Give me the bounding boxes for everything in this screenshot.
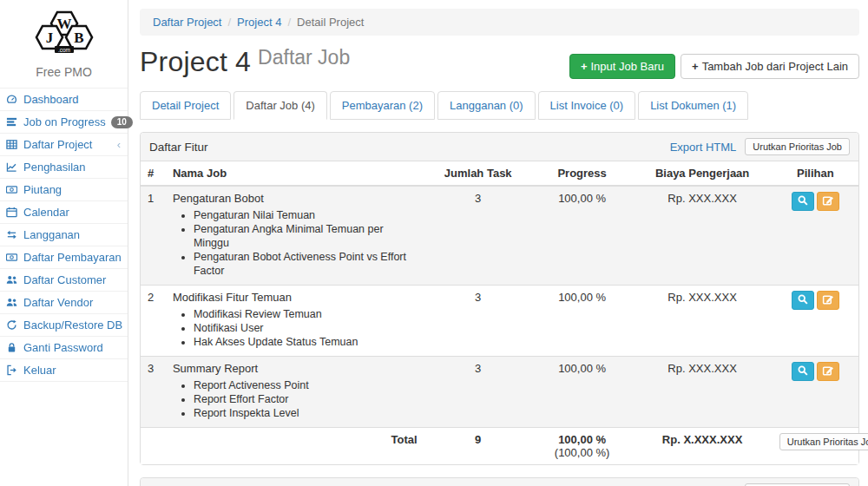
sidebar-item-label: Piutang [23, 183, 122, 196]
tab-list-invoice-0[interactable]: List Invoice (0) [538, 91, 636, 120]
tab-daftar-job-4[interactable]: Daftar Job (4) [233, 91, 326, 120]
sidebar-item-penghasilan[interactable]: Penghasilan [0, 156, 128, 179]
page-subtitle: Daftar Job [251, 46, 350, 69]
total-progress: 100,00 % (100,00 %) [532, 428, 633, 465]
export-html-link[interactable]: Export HTML [670, 141, 737, 154]
jwb-logo: W J B .com [0, 0, 128, 63]
svg-text:.com: .com [57, 47, 69, 53]
tab-langganan-0[interactable]: Langganan (0) [437, 91, 536, 120]
row-number: 2 [141, 286, 166, 357]
sidebar-item-langganan[interactable]: Langganan [0, 224, 128, 246]
users-icon [6, 274, 18, 286]
sidebar-item-daftar-pembayaran[interactable]: Daftar Pembayaran [0, 246, 128, 269]
job-name-cell: Pengaturan BobotPengaturan Nilai TemuanP… [166, 186, 424, 286]
search-icon [797, 194, 809, 209]
job-name: Modifikasi Fitur Temuan [173, 291, 292, 304]
brand-name: Free PMO [0, 63, 128, 88]
subtask-item: Report Activeness Point [194, 378, 418, 392]
sidebar-item-label: Calendar [23, 206, 122, 219]
tab-list-dokumen-1[interactable]: List Dokumen (1) [638, 91, 748, 120]
svg-text:B: B [74, 30, 83, 46]
breadcrumb-item[interactable]: Project 4 [237, 16, 281, 29]
jwb-logo-icon: W J B .com [24, 5, 104, 57]
sidebar-item-label: Ganti Password [23, 341, 122, 354]
sidebar-item-piutang[interactable]: Piutang [0, 179, 128, 201]
total-label: Total [141, 428, 424, 465]
col-number: # [141, 161, 166, 186]
lock-icon [6, 342, 18, 353]
search-icon [797, 293, 809, 308]
sidebar-item-ganti-password[interactable]: Ganti Password [0, 337, 128, 359]
edit-icon [822, 364, 834, 379]
breadcrumb: Daftar Project/Project 4/Detail Project [140, 9, 859, 36]
sidebar-item-label: Daftar Customer [23, 273, 122, 286]
col-nama-job: Nama Job [166, 161, 424, 186]
sidebar-item-label: Backup/Restore DB [23, 319, 122, 332]
plus-icon: + [581, 60, 588, 73]
col-biaya-pengerjaan: Biaya Pengerjaan [632, 161, 772, 186]
panel-daftar-fitur: Daftar Fitur Export HTML Urutkan Priorit… [140, 132, 859, 465]
subtask-item: Notifikasi User [194, 321, 418, 335]
subtask-item: Pengaturan Angka Minimal Temuan per Ming… [194, 222, 418, 250]
edit-job-button[interactable] [817, 192, 839, 211]
tambah-job-dari-project-lain-button[interactable]: +Tambah Job dari Project Lain [681, 54, 859, 79]
subtask-item: Report Inspekta Level [194, 406, 418, 420]
row-number: 3 [141, 357, 166, 428]
input-job-baru-button[interactable]: +Input Job Baru [569, 54, 675, 79]
panel-heading: Fitur Tambahan Export HTML Urutkan Prior… [141, 478, 858, 486]
biaya-value: Rp. XXX.XXX [632, 357, 772, 428]
sidebar-item-calendar[interactable]: Calendar [0, 201, 128, 224]
view-job-button[interactable] [792, 291, 814, 310]
sidebar-item-daftar-customer[interactable]: Daftar Customer [0, 269, 128, 292]
edit-job-button[interactable] [817, 291, 839, 310]
sidebar-item-daftar-vendor[interactable]: Daftar Vendor [0, 292, 128, 314]
signout-icon [6, 364, 18, 376]
tab-detail-project[interactable]: Detail Project [140, 91, 231, 120]
sidebar: W J B .com Free PMO DashboardJob on Prog… [0, 0, 128, 486]
tab-pembayaran-2[interactable]: Pembayaran (2) [330, 91, 435, 120]
edit-job-button[interactable] [817, 362, 839, 381]
breadcrumb-separator: / [281, 16, 297, 29]
urutkan-prioritas-job-button[interactable]: Urutkan Prioritas Job [745, 138, 850, 155]
sidebar-item-backup-restore-db[interactable]: Backup/Restore DB [0, 314, 128, 337]
tab-bar: Detail ProjectDaftar Job (4)Pembayaran (… [140, 91, 859, 120]
calendar-icon [6, 207, 18, 218]
view-job-button[interactable] [792, 192, 814, 211]
actions-cell [773, 357, 858, 428]
table-icon [6, 139, 18, 150]
main-content: Daftar Project/Project 4/Detail Project … [128, 0, 868, 486]
edit-icon [822, 293, 834, 308]
row-number: 1 [141, 186, 166, 286]
panel-heading: Daftar Fitur Export HTML Urutkan Priorit… [141, 133, 858, 161]
breadcrumb-item[interactable]: Daftar Project [153, 16, 221, 29]
svg-text:W: W [56, 16, 71, 32]
sidebar-item-keluar[interactable]: Keluar [0, 359, 128, 382]
search-icon [797, 364, 809, 379]
sidebar-item-label: Daftar Project [23, 138, 112, 151]
subtask-item: Pengaturan Bobot Activeness Point vs Eff… [194, 250, 418, 278]
urutkan-prioritas-job-button[interactable]: Urutkan Prioritas Job [779, 433, 868, 450]
sidebar-item-job-on-progress[interactable]: Job on Progress10 [0, 111, 128, 134]
sidebar-item-label: Keluar [23, 364, 122, 377]
view-job-button[interactable] [792, 362, 814, 381]
repeat-icon [6, 229, 18, 240]
job-name: Summary Report [173, 362, 258, 375]
sidebar-item-dashboard[interactable]: Dashboard [0, 89, 128, 111]
dashboard-icon [6, 94, 18, 105]
total-tasks: 9 [424, 428, 532, 465]
sidebar-item-daftar-project[interactable]: Daftar Project‹ [0, 134, 128, 156]
breadcrumb-separator: / [221, 16, 237, 29]
jumlah-task-value: 3 [424, 286, 532, 357]
actions-cell [773, 186, 858, 286]
biaya-value: Rp. XXX.XXX [632, 186, 772, 286]
sidebar-item-label: Langganan [23, 228, 122, 241]
col-jumlah-task: Jumlah Task [424, 161, 532, 186]
subtask-list: Report Activeness PointReport Effort Fac… [194, 378, 418, 420]
subtask-item: Pengaturan Nilai Temuan [194, 208, 418, 222]
progress-value: 100,00 % [532, 186, 633, 286]
tasks-icon [6, 116, 18, 128]
money-icon [6, 184, 18, 195]
col-pilihan: Pilihan [773, 161, 858, 186]
sidebar-item-label: Daftar Pembayaran [23, 251, 122, 264]
edit-icon [822, 194, 834, 209]
